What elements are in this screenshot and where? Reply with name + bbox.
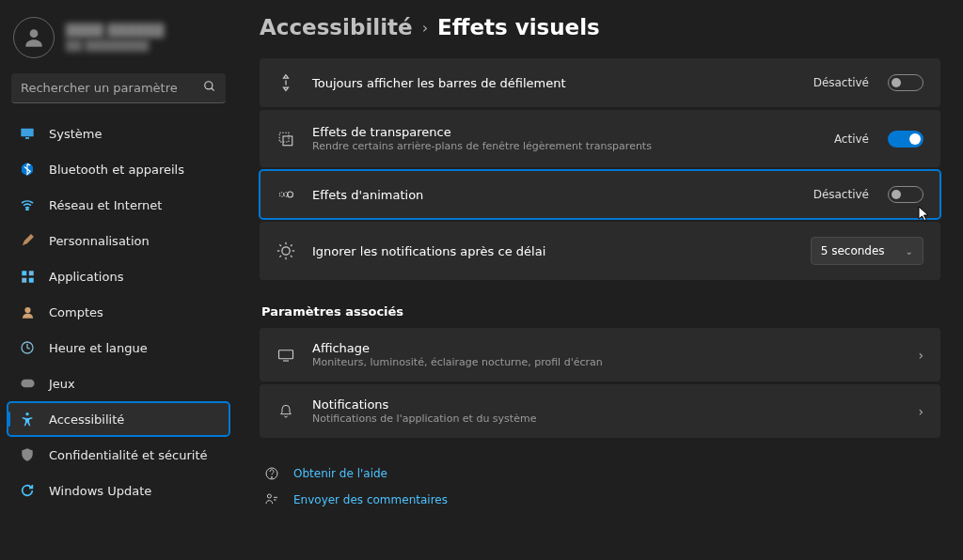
setting-title: Effets d'animation (312, 188, 797, 202)
nav-label: Heure et langue (49, 341, 148, 355)
nav-item-network[interactable]: Réseau et Internet (8, 188, 229, 222)
svg-point-1 (205, 82, 213, 89)
nav-list: Système Bluetooth et appareils Réseau et… (8, 117, 229, 507)
feedback-icon (263, 492, 280, 507)
svg-rect-30 (279, 350, 293, 358)
search-button[interactable] (203, 80, 216, 96)
related-display[interactable]: AffichageMoniteurs, luminosité, éclairag… (260, 328, 940, 381)
profile-block[interactable]: ████ ██████ ██ ████████ (8, 13, 229, 73)
svg-rect-8 (28, 271, 33, 275)
help-link[interactable]: Obtenir de l'aide (260, 460, 940, 487)
scrollbar-icon (276, 73, 295, 92)
person-icon (22, 25, 46, 50)
breadcrumb-parent[interactable]: Accessibilité (260, 15, 413, 39)
bluetooth-icon (19, 161, 36, 178)
svg-rect-9 (22, 277, 26, 282)
nav-item-personalization[interactable]: Personnalisation (8, 224, 229, 257)
svg-rect-7 (22, 271, 26, 275)
svg-point-21 (282, 247, 290, 255)
nav-item-accounts[interactable]: Comptes (8, 295, 229, 329)
search-input[interactable] (21, 81, 203, 95)
svg-rect-16 (279, 132, 289, 142)
svg-point-33 (271, 476, 272, 477)
toggle-state: Désactivé (813, 188, 869, 201)
svg-point-6 (26, 209, 28, 210)
nav-label: Réseau et Internet (49, 198, 162, 212)
nav-item-time-language[interactable]: Heure et langue (8, 331, 229, 365)
avatar (13, 17, 55, 58)
svg-point-18 (279, 193, 284, 197)
nav-label: Windows Update (49, 484, 151, 498)
dismiss-timer-icon (276, 241, 295, 260)
setting-title: Effets de transparence (312, 125, 817, 139)
nav-item-system[interactable]: Système (8, 117, 229, 150)
svg-line-23 (291, 244, 292, 246)
apps-icon (19, 268, 36, 285)
search-box[interactable] (11, 73, 226, 103)
nav-label: Comptes (49, 305, 103, 319)
setting-animation: Effets d'animation Désactivé (260, 170, 940, 219)
nav-item-accessibility[interactable]: Accessibilité (8, 402, 229, 436)
nav-label: Accessibilité (49, 412, 124, 427)
notification-delay-dropdown[interactable]: 5 secondes ⌄ (811, 237, 924, 265)
nav-item-privacy[interactable]: Confidentialité et sécurité (8, 438, 229, 472)
setting-title: Ignorer les notifications après ce délai (312, 244, 794, 258)
svg-line-28 (279, 256, 281, 257)
transparency-toggle[interactable] (888, 131, 924, 148)
setting-scrollbars: Toujours afficher les barres de défileme… (260, 58, 940, 107)
shield-icon (19, 446, 36, 463)
nav-item-bluetooth[interactable]: Bluetooth et appareils (8, 152, 229, 186)
svg-line-2 (212, 88, 214, 91)
nav-label: Confidentialité et sécurité (49, 448, 208, 462)
chevron-right-icon: › (422, 19, 428, 37)
search-icon (203, 80, 216, 93)
svg-rect-10 (28, 277, 33, 282)
person-icon (19, 303, 36, 320)
scrollbars-toggle[interactable] (888, 74, 924, 91)
display-icon (276, 346, 295, 365)
profile-sub: ██ ████████ (66, 39, 222, 52)
feedback-label: Envoyer des commentaires (293, 493, 448, 506)
animation-toggle[interactable] (888, 186, 924, 203)
nav-item-windows-update[interactable]: Windows Update (8, 474, 229, 507)
svg-line-27 (291, 256, 292, 257)
transparency-icon (276, 130, 295, 148)
help-label: Obtenir de l'aide (293, 467, 387, 480)
setting-transparency: Effets de transparenceRendre certains ar… (260, 110, 940, 167)
setting-sub: Rendre certains arrière-plans de fenêtre… (312, 140, 817, 152)
breadcrumb-current: Effets visuels (437, 15, 600, 39)
svg-point-11 (24, 306, 30, 312)
animation-icon (276, 185, 295, 204)
link-sub: Moniteurs, luminosité, éclairage nocturn… (312, 356, 901, 368)
nav-item-gaming[interactable]: Jeux (8, 366, 229, 400)
nav-label: Applications (49, 270, 123, 284)
svg-line-24 (279, 244, 281, 246)
feedback-link[interactable]: Envoyer des commentaires (260, 487, 940, 513)
svg-rect-4 (25, 137, 29, 139)
dropdown-value: 5 secondes (821, 244, 885, 257)
link-sub: Notifications de l'application et du sys… (312, 412, 901, 425)
nav-label: Jeux (49, 377, 75, 391)
main-content: Accessibilité › Effets visuels Toujours … (237, 0, 963, 560)
breadcrumb: Accessibilité › Effets visuels (260, 15, 940, 39)
clock-globe-icon (19, 339, 36, 356)
nav-item-apps[interactable]: Applications (8, 259, 229, 293)
chevron-right-icon: › (918, 404, 924, 419)
help-icon (263, 466, 280, 481)
wifi-icon (19, 196, 36, 213)
toggle-state: Activé (834, 132, 869, 146)
update-icon (19, 482, 36, 499)
profile-name: ████ ██████ (66, 23, 222, 38)
brush-icon (19, 232, 36, 249)
link-title: Affichage (312, 341, 901, 355)
related-notifications[interactable]: NotificationsNotifications de l'applicat… (260, 384, 940, 438)
svg-point-0 (30, 29, 39, 38)
link-title: Notifications (312, 397, 901, 412)
gamepad-icon (19, 375, 36, 392)
toggle-state: Désactivé (813, 76, 869, 89)
nav-label: Personnalisation (49, 234, 150, 248)
svg-point-14 (25, 412, 28, 415)
svg-rect-13 (21, 380, 34, 388)
sidebar: ████ ██████ ██ ████████ Système Bluetoot… (0, 0, 237, 560)
nav-label: Système (49, 127, 102, 141)
